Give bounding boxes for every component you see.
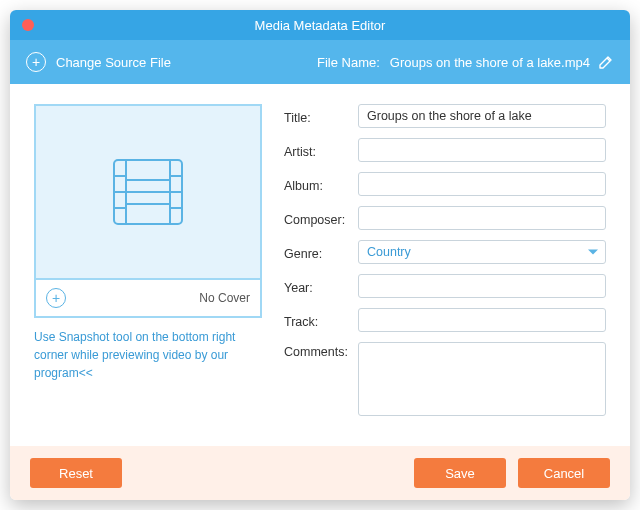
add-cover-button[interactable]: +	[46, 288, 66, 308]
track-label: Track:	[284, 312, 358, 329]
year-input[interactable]	[358, 274, 606, 298]
app-window: Media Metadata Editor + Change Source Fi…	[10, 10, 630, 500]
title-label: Title:	[284, 108, 358, 125]
file-name-value: Groups on the shore of a lake.mp4	[390, 55, 590, 70]
media-placeholder-icon	[106, 150, 190, 234]
close-window-button[interactable]	[22, 19, 34, 31]
track-input[interactable]	[358, 308, 606, 332]
genre-label: Genre:	[284, 244, 358, 261]
album-input[interactable]	[358, 172, 606, 196]
snapshot-hint: Use Snapshot tool on the bottom right co…	[34, 328, 262, 382]
comments-input[interactable]	[358, 342, 606, 416]
comments-label: Comments:	[284, 342, 358, 359]
save-button[interactable]: Save	[414, 458, 506, 488]
titlebar: Media Metadata Editor	[10, 10, 630, 40]
edit-filename-button[interactable]	[598, 54, 614, 70]
plus-circle-icon: +	[26, 52, 46, 72]
chevron-down-icon	[588, 250, 598, 255]
pencil-icon	[598, 54, 614, 70]
reset-button[interactable]: Reset	[30, 458, 122, 488]
subheader: + Change Source File File Name: Groups o…	[10, 40, 630, 84]
cancel-button[interactable]: Cancel	[518, 458, 610, 488]
artist-label: Artist:	[284, 142, 358, 159]
change-source-button[interactable]: + Change Source File	[26, 52, 171, 72]
artist-input[interactable]	[358, 138, 606, 162]
no-cover-label: No Cover	[199, 291, 250, 305]
cover-footer: + No Cover	[34, 280, 262, 318]
cover-column: + No Cover Use Snapshot tool on the bott…	[34, 104, 262, 434]
composer-input[interactable]	[358, 206, 606, 230]
composer-label: Composer:	[284, 210, 358, 227]
footer: Reset Save Cancel	[10, 446, 630, 500]
change-source-label: Change Source File	[56, 55, 171, 70]
content-area: + No Cover Use Snapshot tool on the bott…	[10, 84, 630, 446]
genre-select[interactable]: Country	[358, 240, 606, 264]
form-column: Title: Artist: Album: Composer: Genre: C	[284, 104, 606, 434]
file-name-label: File Name:	[317, 55, 380, 70]
cover-preview	[34, 104, 262, 280]
window-title: Media Metadata Editor	[10, 18, 630, 33]
title-input[interactable]	[358, 104, 606, 128]
genre-value: Country	[367, 245, 411, 259]
album-label: Album:	[284, 176, 358, 193]
year-label: Year:	[284, 278, 358, 295]
